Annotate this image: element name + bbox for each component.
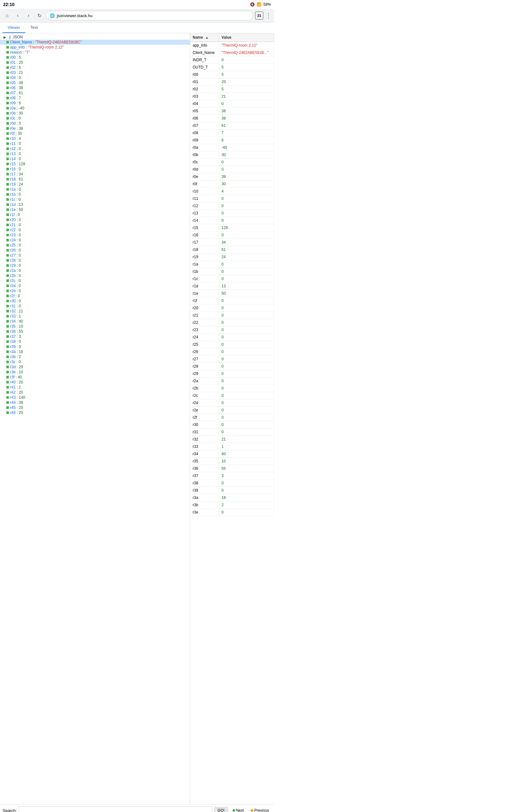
tree-item-r1a[interactable]: r1a : 0 — [0, 187, 190, 192]
tab-viewer[interactable]: Viewer — [3, 22, 25, 33]
tree-item-r32[interactable]: r32 : 21 — [0, 309, 190, 314]
tree-item-r0e[interactable]: r0e : 38 — [0, 126, 190, 131]
tree-item-r14[interactable]: r14 : 0 — [0, 156, 190, 161]
tree-item-client-name[interactable]: Client_Name : "ThermlQ-2462ABE591BC" — [0, 40, 190, 45]
table-row: r2f 0 — [190, 414, 274, 421]
tree-item-r0c[interactable]: r0c : 0 — [0, 116, 190, 121]
site-icon: 🌐 — [50, 13, 55, 18]
tree-item-r40[interactable]: r40 : 20 — [0, 380, 190, 385]
tree-item-r03[interactable]: r03 : 21 — [0, 70, 190, 75]
forward-button[interactable]: › — [24, 11, 33, 20]
table-row: r07 61 — [190, 122, 274, 130]
tree-item-r34[interactable]: r34 : 40 — [0, 319, 190, 324]
tree-item-r23[interactable]: r23 : 0 — [0, 233, 190, 238]
home-button[interactable]: ⌂ — [3, 11, 11, 20]
tree-item-r35[interactable]: r35 : 10 — [0, 324, 190, 329]
tree-item-r39[interactable]: r39 : 0 — [0, 344, 190, 349]
tab-count[interactable]: 21 — [255, 11, 263, 20]
tree-item-r09[interactable]: r09 : 6 — [0, 101, 190, 106]
tree-item-r21[interactable]: r21 : 0 — [0, 222, 190, 227]
tree-item-r3a[interactable]: r3a : 18 — [0, 349, 190, 354]
tree-item-r3d[interactable]: r3d : 29 — [0, 364, 190, 369]
tree-item-r42[interactable]: r42 : 20 — [0, 390, 190, 395]
tree-item-r0a[interactable]: r0a : -40 — [0, 106, 190, 111]
tree-item-r01[interactable]: r01 : 20 — [0, 60, 190, 65]
tree-item-r37[interactable]: r37 : 3 — [0, 334, 190, 339]
search-input[interactable] — [19, 806, 212, 812]
tree-item-r3c[interactable]: r3c : 0 — [0, 359, 190, 364]
tree-item-r24[interactable]: r24 : 0 — [0, 238, 190, 243]
table-row: r04 0 — [190, 100, 274, 107]
refresh-button[interactable]: ↻ — [35, 11, 44, 20]
tree-item-r26[interactable]: r26 : 0 — [0, 248, 190, 253]
tree-item-r15[interactable]: r15 : 128 — [0, 161, 190, 166]
tree-item-r36[interactable]: r36 : 55 — [0, 329, 190, 334]
tree-item-r16[interactable]: r16 : 0 — [0, 166, 190, 171]
tree-item-r3e[interactable]: r3e : 10 — [0, 369, 190, 374]
tree-item-r46[interactable]: r46 : 20 — [0, 410, 190, 415]
tree-panel[interactable]: ▶ {} JSON Client_Name : "ThermlQ-2462ABE… — [0, 33, 190, 804]
tree-item-r3b[interactable]: r3b : 2 — [0, 354, 190, 359]
tree-item-app-info[interactable]: app_info : "ThermlQ-room 2.12" — [0, 45, 190, 50]
tree-item-reason[interactable]: reason : "T" — [0, 50, 190, 55]
col-value-header[interactable]: Value — [219, 33, 274, 42]
tab-text[interactable]: Text — [25, 22, 43, 33]
tree-item-r1d[interactable]: r1d : 13 — [0, 202, 190, 207]
tree-item-r02[interactable]: r02 : 5 — [0, 65, 190, 70]
tree-item-r0b[interactable]: r0b : 30 — [0, 111, 190, 116]
tree-item-r0d[interactable]: r0d : 0 — [0, 121, 190, 126]
tree-item-r30[interactable]: r30 : 0 — [0, 299, 190, 304]
tree-root[interactable]: ▶ {} JSON — [0, 35, 190, 40]
tree-item-r17[interactable]: r17 : 34 — [0, 171, 190, 177]
tree-item-r00[interactable]: r00 : 5 — [0, 55, 190, 60]
tree-item-r05[interactable]: r05 : 38 — [0, 80, 190, 85]
tree-item-r2d[interactable]: r2d : 0 — [0, 283, 190, 288]
menu-button[interactable]: ⋮ — [265, 12, 272, 19]
tree-item-r04[interactable]: r04 : 0 — [0, 75, 190, 80]
tree-item-r2a[interactable]: r2a : 0 — [0, 268, 190, 273]
tree-item-r33[interactable]: r33 : 1 — [0, 314, 190, 319]
tree-item-r3f[interactable]: r3f : 40 — [0, 374, 190, 380]
go-button[interactable]: GO! — [214, 807, 228, 812]
tree-item-r22[interactable]: r22 : 0 — [0, 227, 190, 233]
cell-name: r15 — [190, 224, 219, 232]
tree-item-r10[interactable]: r10 : 4 — [0, 136, 190, 141]
tree-item-r25[interactable]: r25 : 0 — [0, 243, 190, 248]
tree-item-r28[interactable]: r28 : 0 — [0, 258, 190, 263]
address-bar[interactable]: 🌐 jsonviewer.stack.hu — [46, 11, 253, 20]
col-name-header[interactable]: Name ▲ — [190, 33, 219, 42]
tree-item-r2f[interactable]: r2f : 0 — [0, 293, 190, 299]
tree-item-r1e[interactable]: r1e : 50 — [0, 207, 190, 212]
tree-item-r43[interactable]: r43 : 140 — [0, 395, 190, 400]
tree-item-r2c[interactable]: r2c : 0 — [0, 278, 190, 283]
tree-item-r41[interactable]: r41 : 2 — [0, 385, 190, 390]
tree-item-r44[interactable]: r44 : 39 — [0, 400, 190, 405]
previous-button[interactable]: Previous — [248, 807, 272, 812]
tree-item-r1f[interactable]: r1f : 0 — [0, 212, 190, 217]
tree-item-r0f[interactable]: r0f : 30 — [0, 131, 190, 136]
tree-item-r20[interactable]: r20 : 0 — [0, 217, 190, 222]
table-row: r0c 0 — [190, 159, 274, 166]
tree-item-r2e[interactable]: r2e : 0 — [0, 288, 190, 293]
cell-name: r37 — [190, 472, 219, 479]
tree-item-r08[interactable]: r08 : 7 — [0, 96, 190, 101]
tree-item-r13[interactable]: r13 : 0 — [0, 151, 190, 156]
tree-item-r11[interactable]: r11 : 0 — [0, 141, 190, 146]
tree-item-r27[interactable]: r27 : 0 — [0, 253, 190, 258]
tree-item-r31[interactable]: r31 : 0 — [0, 304, 190, 309]
next-button[interactable]: Next — [230, 807, 246, 812]
tree-item-r18[interactable]: r18 : 61 — [0, 177, 190, 182]
tree-item-r2b[interactable]: r2b : 0 — [0, 273, 190, 278]
tree-dot-icon — [6, 401, 9, 404]
tree-item-r45[interactable]: r45 : 20 — [0, 405, 190, 410]
tree-item-r1b[interactable]: r1b : 0 — [0, 192, 190, 197]
tree-item-r38[interactable]: r38 : 0 — [0, 339, 190, 344]
tree-item-r1c[interactable]: r1c : 0 — [0, 197, 190, 202]
tree-key: r14 — [10, 157, 15, 161]
tree-item-r06[interactable]: r06 : 38 — [0, 85, 190, 90]
tree-item-r29[interactable]: r29 : 0 — [0, 263, 190, 268]
tree-item-r19[interactable]: r19 : 24 — [0, 182, 190, 187]
tree-item-r07[interactable]: r07 : 61 — [0, 90, 190, 96]
tree-item-r12[interactable]: r12 : 0 — [0, 146, 190, 151]
back-button[interactable]: ‹ — [13, 11, 22, 20]
